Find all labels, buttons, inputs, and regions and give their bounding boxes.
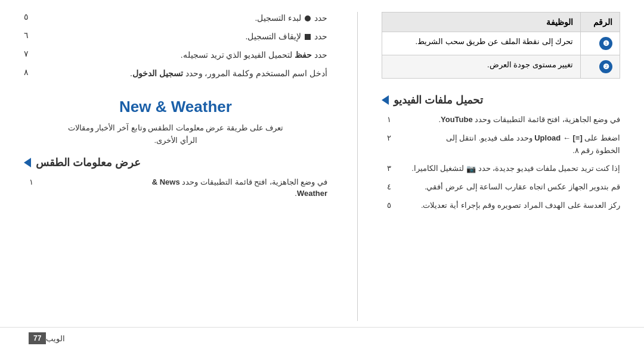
right-column: الرقم الوظيفة ❶ تحرك إلى نقطة الملف عن ط… bbox=[382, 12, 620, 321]
upload-section: تحميل ملفات الفيديو في وضع الجاهزية، افت… bbox=[382, 94, 620, 212]
list-item-6: حدد لإيقاف التسجيل. ٦ bbox=[24, 30, 327, 43]
upload-item-3: إذا كنت تريد تحميل ملفات فيديو جديدة، حد… bbox=[382, 163, 620, 175]
main-title: New & Weather bbox=[24, 98, 327, 116]
list-item-8: أدخل اسم المستخدم وكلمة المرور، وحدد تسج… bbox=[24, 67, 327, 80]
upload-item-1: في وضع الجاهزية، افتح قائمة التطبيقات وح… bbox=[382, 114, 620, 126]
upload-list: في وضع الجاهزية، افتح قائمة التطبيقات وح… bbox=[382, 114, 620, 212]
stop-icon bbox=[305, 34, 311, 40]
row-number-badge: ❷ bbox=[599, 60, 612, 73]
page-number: 77 bbox=[29, 332, 46, 344]
weather-section-title: عرض معلومات الطقس bbox=[36, 156, 141, 169]
table-cell-num-1: ❶ bbox=[581, 32, 620, 55]
footer-label: الويب bbox=[46, 334, 65, 343]
table-cell-text-2: تغيير مستوى جودة العرض. bbox=[382, 55, 581, 79]
table-row-1: ❶ تحرك إلى نقطة الملف عن طريق سحب الشريط… bbox=[382, 32, 620, 55]
upload-item-4: قم بتدوير الجهاز عكس اتجاه عقارب الساعة … bbox=[382, 181, 620, 194]
column-divider bbox=[357, 12, 358, 321]
weather-item-1: في وضع الجاهزية، افتح قائمة التطبيقات وح… bbox=[24, 176, 327, 200]
left-column: حدد لبدء التسجيل. ٥ حدد لإيقاف التسجيل. … bbox=[24, 12, 333, 321]
main-content: حدد لبدء التسجيل. ٥ حدد لإيقاف التسجيل. … bbox=[0, 0, 644, 327]
weather-list: في وضع الجاهزية، افتح قائمة التطبيقات وح… bbox=[24, 176, 327, 200]
table-cell-text-1: تحرك إلى نقطة الملف عن طريق سحب الشريط. bbox=[382, 32, 581, 55]
chevron-right-icon bbox=[24, 158, 31, 167]
footer: 77 الويب bbox=[0, 327, 644, 349]
upload-item-2: اضغط على [≡] ← Upload وحدد ملف فيديو. ان… bbox=[382, 132, 620, 157]
upload-chevron-icon bbox=[382, 95, 389, 105]
table-row-2: ❷ تغيير مستوى جودة العرض. bbox=[382, 55, 620, 79]
data-table: الرقم الوظيفة ❶ تحرك إلى نقطة الملف عن ط… bbox=[382, 12, 620, 79]
upload-section-title: تحميل ملفات الفيديو bbox=[394, 94, 483, 107]
top-numbered-list: حدد لبدء التسجيل. ٥ حدد لإيقاف التسجيل. … bbox=[24, 12, 327, 80]
camera-icon: 📷 bbox=[466, 163, 476, 176]
subtitle-text: تعرف على طريقة عرض معلومات الطقس وتابع آ… bbox=[24, 122, 327, 147]
page-container: حدد لبدء التسجيل. ٥ حدد لإيقاف التسجيل. … bbox=[0, 0, 644, 349]
list-item-7: حدد حفظ لتحميل الفيديو الذي تريد تسجيله.… bbox=[24, 49, 327, 61]
title-section: New & Weather تعرف على طريقة عرض معلومات… bbox=[24, 98, 327, 147]
circle-icon bbox=[305, 15, 311, 21]
table-header-number: الرقم bbox=[581, 13, 620, 32]
list-item-5: حدد لبدء التسجيل. ٥ bbox=[24, 12, 327, 24]
upload-section-header: تحميل ملفات الفيديو bbox=[382, 94, 620, 107]
weather-section: عرض معلومات الطقس في وضع الجاهزية، افتح … bbox=[24, 156, 327, 200]
table-header-function: الوظيفة bbox=[382, 13, 581, 32]
weather-section-header: عرض معلومات الطقس bbox=[24, 156, 327, 169]
upload-item-5: ركز العدسة على الهدف المراد تصويره وقم ب… bbox=[382, 200, 620, 212]
table-cell-num-2: ❷ bbox=[581, 55, 620, 79]
row-number-badge: ❶ bbox=[599, 37, 612, 50]
